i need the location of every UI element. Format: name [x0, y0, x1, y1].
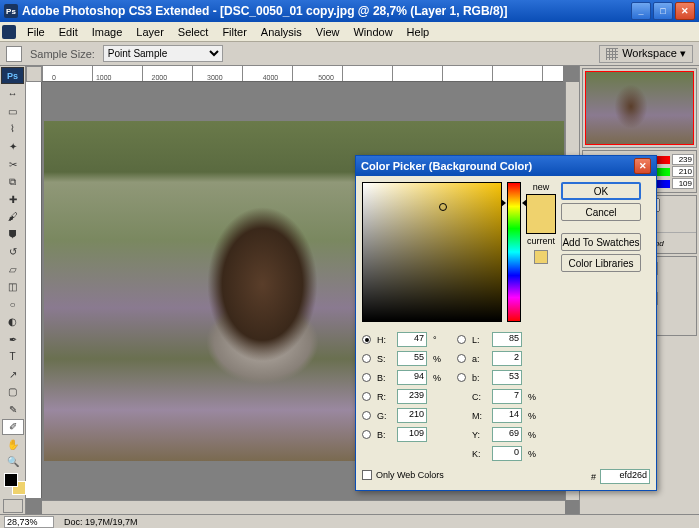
sample-size-select[interactable]: Point Sample: [103, 45, 223, 62]
workspace-label: Workspace ▾: [622, 47, 686, 60]
hue-slider[interactable]: [507, 182, 521, 322]
blur-tool[interactable]: ○: [2, 296, 24, 312]
menu-filter[interactable]: Filter: [215, 24, 253, 40]
bv-input[interactable]: 94: [397, 370, 427, 385]
hand-tool[interactable]: ✋: [2, 437, 24, 453]
pen-tool[interactable]: ✒: [2, 331, 24, 347]
menu-edit[interactable]: Edit: [52, 24, 85, 40]
dialog-title-bar[interactable]: Color Picker (Background Color) ✕: [356, 156, 656, 176]
eyedropper-tool[interactable]: ✐: [2, 419, 24, 435]
ruler-corner: [26, 66, 42, 82]
ok-button[interactable]: OK: [561, 182, 641, 200]
menu-image[interactable]: Image: [85, 24, 130, 40]
a-radio[interactable]: [457, 354, 466, 363]
gradient-tool[interactable]: ◫: [2, 279, 24, 295]
k-input[interactable]: 0: [492, 446, 522, 461]
navigator-thumb[interactable]: [585, 71, 694, 145]
r-label: R:: [377, 392, 391, 402]
quickmask-button[interactable]: [3, 499, 23, 513]
b2-radio[interactable]: [457, 373, 466, 382]
gamut-warning-icon[interactable]: [534, 250, 548, 264]
options-bar: Sample Size: Point Sample Workspace ▾: [0, 42, 699, 66]
crop-tool[interactable]: ✂: [2, 156, 24, 172]
g-input[interactable]: 210: [397, 408, 427, 423]
hex-label: #: [591, 472, 596, 482]
current-label: current: [527, 236, 555, 246]
close-button[interactable]: ✕: [675, 2, 695, 20]
zoom-field[interactable]: 28,73%: [4, 516, 54, 528]
move-tool[interactable]: ↔: [2, 86, 24, 102]
menu-analysis[interactable]: Analysis: [254, 24, 309, 40]
notes-tool[interactable]: ✎: [2, 401, 24, 417]
c-label: C:: [472, 392, 486, 402]
y-input[interactable]: 69: [492, 427, 522, 442]
menu-file[interactable]: File: [20, 24, 52, 40]
r-radio[interactable]: [362, 392, 371, 401]
r-input[interactable]: 239: [397, 389, 427, 404]
menu-layer[interactable]: Layer: [129, 24, 171, 40]
ruler-vertical: [26, 82, 42, 498]
dialog-close-button[interactable]: ✕: [634, 158, 651, 174]
ruler-horizontal: 010002000300040005000: [42, 66, 563, 82]
r-value[interactable]: 239: [672, 154, 694, 165]
ps-logo: Ps: [1, 67, 24, 84]
fg-swatch[interactable]: [4, 473, 18, 487]
h-radio[interactable]: [362, 335, 371, 344]
lasso-tool[interactable]: ⌇: [2, 121, 24, 137]
g-value[interactable]: 210: [672, 166, 694, 177]
bb-radio[interactable]: [362, 430, 371, 439]
c-input[interactable]: 7: [492, 389, 522, 404]
menu-select[interactable]: Select: [171, 24, 216, 40]
menu-bar: File Edit Image Layer Select Filter Anal…: [0, 22, 699, 42]
shape-tool[interactable]: ▢: [2, 384, 24, 400]
brush-tool[interactable]: 🖌: [2, 209, 24, 225]
m-input[interactable]: 14: [492, 408, 522, 423]
color-field[interactable]: [362, 182, 502, 322]
zoom-tool[interactable]: 🔍: [2, 454, 24, 470]
new-label: new: [533, 182, 550, 192]
b2-input[interactable]: 53: [492, 370, 522, 385]
heal-tool[interactable]: ✚: [2, 191, 24, 207]
type-tool[interactable]: T: [2, 349, 24, 365]
color-swatches[interactable]: [2, 473, 23, 497]
menu-help[interactable]: Help: [400, 24, 437, 40]
add-swatches-button[interactable]: Add To Swatches: [561, 233, 641, 251]
bb-input[interactable]: 109: [397, 427, 427, 442]
hue-marker: [504, 199, 524, 207]
navigator-panel: [582, 68, 697, 148]
maximize-button[interactable]: □: [653, 2, 673, 20]
slice-tool[interactable]: ⧉: [2, 174, 24, 190]
s-input[interactable]: 55: [397, 351, 427, 366]
l-input[interactable]: 85: [492, 332, 522, 347]
history-brush-tool[interactable]: ↺: [2, 244, 24, 260]
menu-view[interactable]: View: [309, 24, 347, 40]
g-label: G:: [377, 411, 391, 421]
scrollbar-horizontal[interactable]: [42, 500, 565, 514]
m-label: M:: [472, 411, 486, 421]
h-input[interactable]: 47: [397, 332, 427, 347]
minimize-button[interactable]: _: [631, 2, 651, 20]
b-value[interactable]: 109: [672, 178, 694, 189]
s-radio[interactable]: [362, 354, 371, 363]
menu-window[interactable]: Window: [346, 24, 399, 40]
workspace-button[interactable]: Workspace ▾: [599, 45, 693, 63]
b2-label: b:: [472, 373, 486, 383]
marquee-tool[interactable]: ▭: [2, 104, 24, 120]
dialog-title: Color Picker (Background Color): [361, 160, 532, 172]
path-tool[interactable]: ↗: [2, 366, 24, 382]
l-radio[interactable]: [457, 335, 466, 344]
a-input[interactable]: 2: [492, 351, 522, 366]
wand-tool[interactable]: ✦: [2, 139, 24, 155]
cancel-button[interactable]: Cancel: [561, 203, 641, 221]
title-bar: Ps Adobe Photoshop CS3 Extended - [DSC_0…: [0, 0, 699, 22]
color-libraries-button[interactable]: Color Libraries: [561, 254, 641, 272]
web-colors-checkbox[interactable]: [362, 470, 372, 480]
s-label: S:: [377, 354, 391, 364]
hex-input[interactable]: efd26d: [600, 469, 650, 484]
stamp-tool[interactable]: ⛊: [2, 226, 24, 242]
g-radio[interactable]: [362, 411, 371, 420]
dodge-tool[interactable]: ◐: [2, 314, 24, 330]
bv-radio[interactable]: [362, 373, 371, 382]
current-color: [527, 214, 555, 233]
eraser-tool[interactable]: ▱: [2, 261, 24, 277]
